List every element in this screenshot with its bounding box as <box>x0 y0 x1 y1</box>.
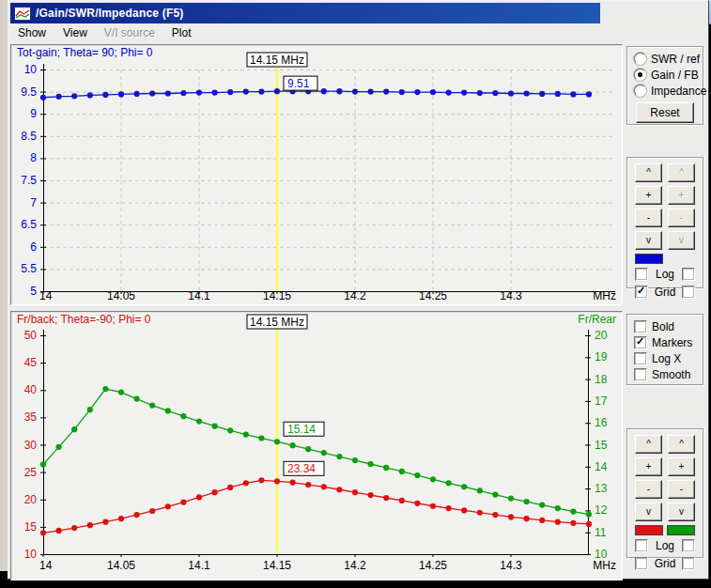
svg-text:14.2: 14.2 <box>344 289 366 301</box>
gain-chart-panel: 109.598.587.576.565.551414.0514.114.1514… <box>10 44 623 305</box>
svg-text:40: 40 <box>24 383 38 396</box>
menu-bar: Show View V/I source Plot <box>10 23 634 42</box>
bold-label: Bold <box>652 320 674 333</box>
svg-text:17: 17 <box>595 395 608 408</box>
scale-down-button-2[interactable]: v <box>668 231 695 250</box>
log-checkbox-left[interactable] <box>635 268 648 281</box>
display-options-group: Bold Markers Log X Smooth <box>626 314 703 385</box>
plot-window: /Gain/SWR/Impedance (F5) Show View V/I s… <box>8 0 709 580</box>
scale-plus-button-2[interactable]: + <box>668 186 695 205</box>
log-bottom-checkbox-left[interactable] <box>635 539 648 552</box>
svg-text:16: 16 <box>595 416 608 429</box>
svg-text:14.3: 14.3 <box>500 289 522 301</box>
right-axis-up-button[interactable]: ^ <box>668 435 695 454</box>
svg-text:14: 14 <box>595 460 608 473</box>
log-label: Log <box>652 268 678 281</box>
right-axis-minus-button[interactable]: - <box>668 480 695 499</box>
grid-label: Grid <box>652 286 678 299</box>
grid-bottom-checkbox-right[interactable] <box>682 557 695 570</box>
grid-bottom-checkbox-left[interactable] <box>635 557 648 570</box>
smooth-option[interactable]: Smooth <box>627 366 703 382</box>
top-chart-axis-controls: ^ + - v ^ + - v Log <box>626 157 703 288</box>
svg-text:Tot-gain; Theta= 90; Phi= 0: Tot-gain; Theta= 90; Phi= 0 <box>17 46 153 59</box>
markers-label: Markers <box>652 336 692 349</box>
gain-chart[interactable]: 109.598.587.576.565.551414.0514.114.1514… <box>11 45 618 301</box>
menu-view[interactable]: View <box>63 26 87 39</box>
window-title: /Gain/SWR/Impedance (F5) <box>36 7 184 20</box>
scale-down-button[interactable]: v <box>635 231 662 250</box>
svg-text:50: 50 <box>24 329 38 342</box>
left-axis-down-button[interactable]: v <box>635 503 662 521</box>
svg-text:14.1: 14.1 <box>188 559 210 572</box>
frback-chart[interactable]: 5045403530252015102019181716151413121110… <box>11 312 618 576</box>
radio-label-swr-ref: SWR / ref <box>651 53 700 66</box>
svg-text:14: 14 <box>39 289 53 301</box>
right-axis-buttons: ^ + - v <box>668 435 695 521</box>
radio-row-gain-fb[interactable]: Gain / FB <box>627 67 703 83</box>
svg-text:23.34: 23.34 <box>287 462 316 475</box>
log-bottom-checkbox-right[interactable] <box>682 539 695 552</box>
right-axis-plus-button[interactable]: + <box>668 457 695 476</box>
menu-vi-source[interactable]: V/I source <box>104 26 155 39</box>
scale-plus-button[interactable]: + <box>635 186 662 205</box>
svg-text:8: 8 <box>30 151 37 164</box>
menu-plot[interactable]: Plot <box>172 26 192 39</box>
svg-text:20: 20 <box>595 329 608 342</box>
scale-minus-button[interactable]: - <box>635 209 662 227</box>
left-axis-up-button[interactable]: ^ <box>635 435 662 454</box>
radio-row-impedance[interactable]: Impedance <box>627 83 703 99</box>
grid-checkbox-right[interactable] <box>682 286 695 299</box>
svg-text:14.15 MHz: 14.15 MHz <box>250 316 304 329</box>
svg-text:14.15 MHz: 14.15 MHz <box>250 54 304 67</box>
log-checkbox-right[interactable] <box>682 268 695 281</box>
logx-option[interactable]: Log X <box>627 350 703 366</box>
right-axis-down-button[interactable]: v <box>668 503 695 521</box>
left-axis-buttons: ^ + - v <box>635 435 662 521</box>
svg-text:13: 13 <box>595 482 608 495</box>
smooth-checkbox[interactable] <box>634 368 647 381</box>
radio-impedance[interactable] <box>634 85 646 97</box>
scale-up-button[interactable]: ^ <box>635 163 662 182</box>
left-axis-minus-button[interactable]: - <box>635 480 662 499</box>
markers-option[interactable]: Markers <box>627 334 703 350</box>
scale-up-button-2[interactable]: ^ <box>668 163 695 182</box>
svg-text:30: 30 <box>24 439 38 452</box>
scale-minus-button-2[interactable]: - <box>668 209 695 227</box>
bold-checkbox[interactable] <box>634 320 647 333</box>
left-axis-plus-button[interactable]: + <box>635 457 662 476</box>
right-scale-buttons: ^ + - v <box>668 163 695 250</box>
radio-swr-ref[interactable] <box>634 53 646 65</box>
left-scale-buttons: ^ + - v <box>635 163 662 250</box>
frrear-series-color-swatch[interactable] <box>667 525 695 535</box>
bold-option[interactable]: Bold <box>627 318 703 334</box>
svg-text:10: 10 <box>24 548 38 561</box>
screen: { "titlebar": { "title": "/Gain/SWR/Impe… <box>0 0 711 588</box>
svg-text:14.25: 14.25 <box>419 559 447 572</box>
gain-series-color-swatch[interactable] <box>635 254 663 264</box>
svg-text:Fr/back; Theta=-90; Phi= 0: Fr/back; Theta=-90; Phi= 0 <box>17 313 151 326</box>
svg-text:5: 5 <box>30 285 37 298</box>
svg-text:7.5: 7.5 <box>21 174 37 187</box>
markers-checkbox[interactable] <box>634 336 647 349</box>
smooth-label: Smooth <box>652 368 690 381</box>
reset-button[interactable]: Reset <box>636 102 694 123</box>
svg-text:18: 18 <box>595 373 608 386</box>
svg-text:8.5: 8.5 <box>21 130 37 143</box>
radio-gain-fb[interactable] <box>634 69 646 81</box>
svg-text:25: 25 <box>24 466 38 479</box>
plot-mode-group: SWR / ref Gain / FB Impedance Reset <box>626 46 703 125</box>
svg-text:15.14: 15.14 <box>287 423 316 436</box>
svg-text:6.5: 6.5 <box>21 218 37 231</box>
frback-series-color-swatch[interactable] <box>635 525 663 535</box>
svg-text:6: 6 <box>30 240 37 254</box>
bottom-chart-axis-controls: ^ + - v ^ + - v Log <box>626 428 703 558</box>
svg-text:15: 15 <box>24 520 38 534</box>
grid-checkbox-left[interactable] <box>635 286 648 299</box>
plot-window-titlebar[interactable]: /Gain/SWR/Impedance (F5) <box>10 3 600 23</box>
svg-text:35: 35 <box>24 410 38 424</box>
svg-text:19: 19 <box>595 350 608 364</box>
logx-checkbox[interactable] <box>634 352 647 365</box>
menu-show[interactable]: Show <box>18 26 46 39</box>
radio-row-swr-ref[interactable]: SWR / ref <box>627 51 703 67</box>
svg-text:20: 20 <box>24 493 38 506</box>
